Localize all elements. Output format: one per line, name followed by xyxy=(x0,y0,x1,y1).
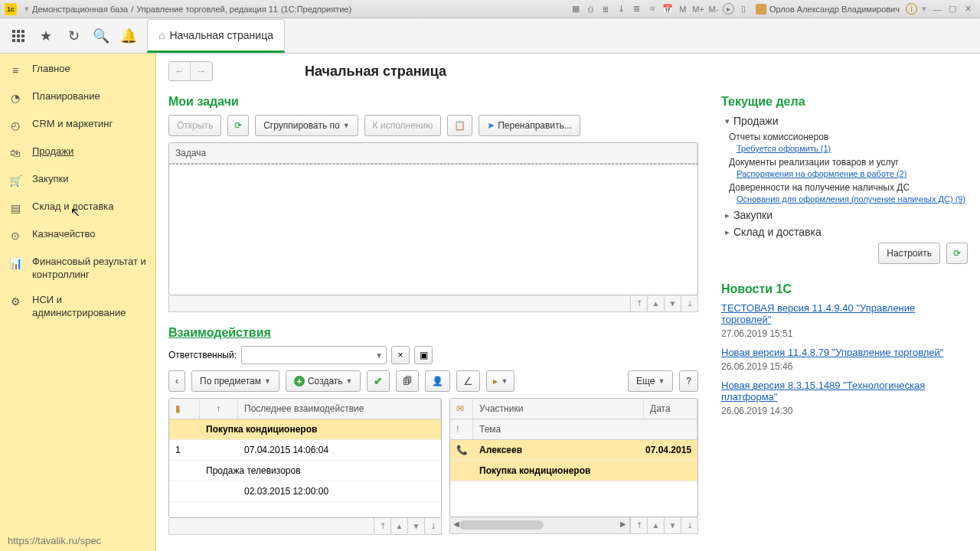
history-icon[interactable]: ↻ xyxy=(60,22,87,50)
sidebar-item-crm[interactable]: ◴ CRM и маркетинг xyxy=(0,112,155,139)
calculator-icon[interactable]: ⌗ xyxy=(646,3,658,15)
table-row[interactable]: 📞 Алексеев 07.04.2015 xyxy=(450,440,697,461)
help-button[interactable]: ? xyxy=(679,370,698,392)
angle-button[interactable]: ∠ xyxy=(456,370,480,392)
maximize-button[interactable]: ▢ xyxy=(946,3,959,15)
nav-bottom-icon[interactable]: ⤓ xyxy=(424,518,441,534)
print-icon[interactable]: ⎙ xyxy=(585,3,597,15)
table-row[interactable]: Продажа телевизоров xyxy=(169,461,441,481)
m-plus-button[interactable]: M+ xyxy=(692,3,704,15)
responsible-input[interactable]: ▼ xyxy=(241,346,387,364)
more-button[interactable]: Еще▼ xyxy=(628,370,673,392)
subjects-grid[interactable]: ▮ ↑ Последнее взаимодействие Покупка кон… xyxy=(168,398,442,518)
sidebar-item-warehouse[interactable]: ▤ Склад и доставка xyxy=(0,194,155,222)
sidebar-item-admin[interactable]: ⚙ НСИ и администрирование xyxy=(0,288,155,326)
nav-down-icon[interactable]: ▼ xyxy=(407,518,424,534)
window-titlebar: 1c ▾ Демонстрационная база / Управление … xyxy=(0,0,980,18)
nav-down-icon[interactable]: ▼ xyxy=(664,517,681,533)
nav-down-icon[interactable]: ▼ xyxy=(664,295,681,311)
doc-icon[interactable]: 🗎 xyxy=(600,3,612,15)
bell-icon[interactable]: 🔔 xyxy=(115,22,142,50)
refresh-current-button[interactable]: ⟳ xyxy=(946,243,968,264)
m-button[interactable]: M xyxy=(677,3,689,15)
home-icon: ⌂ xyxy=(158,29,165,41)
nav-up-icon[interactable]: ▲ xyxy=(647,517,664,533)
create-button[interactable]: +Создать▼ xyxy=(286,370,361,392)
search-icon[interactable]: 🔍 xyxy=(87,22,115,50)
nav-bottom-icon[interactable]: ⤓ xyxy=(681,295,697,311)
sidebar-item-planning[interactable]: ◔ Планирование xyxy=(0,84,155,112)
user-indicator[interactable]: Орлов Александр Владимирович xyxy=(756,4,900,15)
news-link[interactable]: ТЕСТОВАЯ версия 11.4.9.40 "Управление то… xyxy=(721,302,968,325)
download-icon[interactable]: ⤓ xyxy=(616,3,628,15)
confirm-button[interactable]: ✔ xyxy=(367,370,390,392)
back-button[interactable]: ← xyxy=(169,62,191,80)
table-row[interactable]: Покупка кондиционеров xyxy=(169,419,441,440)
close-button[interactable]: ✕ xyxy=(962,3,974,15)
refresh-button[interactable]: ⟳ xyxy=(227,115,249,136)
tree-sub: Отчеты комиссионеров Требуется оформить … xyxy=(729,132,968,154)
nav-up-icon[interactable]: ▲ xyxy=(647,295,664,311)
subjects-nav-strip: ⤒ ▲ ▼ ⤓ xyxy=(168,518,442,535)
tasks-grid[interactable]: Задача xyxy=(168,142,698,165)
configure-button[interactable]: Настроить xyxy=(878,243,940,264)
news-link[interactable]: Новая версия 8.3.15.1489 "Технологическа… xyxy=(721,380,968,403)
section-interactions-title[interactable]: Взаимодействия xyxy=(168,326,698,340)
minimize-button[interactable]: — xyxy=(931,3,943,15)
news-link[interactable]: Новая версия 11.4.8.79 "Управление торго… xyxy=(721,347,968,358)
apps-icon[interactable] xyxy=(5,22,32,50)
phone-icon: 📞 xyxy=(456,445,468,455)
forward-button[interactable]: → xyxy=(191,62,212,80)
tree-sub: Документы реализации товаров и услуг Рас… xyxy=(729,157,968,179)
group-by-button[interactable]: Сгруппировать по▼ xyxy=(255,115,358,136)
scrollbar[interactable]: ◀ ▶ xyxy=(450,517,630,533)
link-poa[interactable]: Основания для оформления (получение нали… xyxy=(737,194,965,204)
prev-button[interactable]: ‹ xyxy=(168,370,185,392)
table-row[interactable]: 1 07.04.2015 14:06:04 xyxy=(169,440,441,461)
sidebar-item-finance[interactable]: 📊 Финансовый результат и контроллинг xyxy=(0,249,155,288)
col-sort[interactable]: ↑ xyxy=(200,399,238,419)
tab-home[interactable]: ⌂ Начальная страница xyxy=(147,19,285,53)
nav-up-icon[interactable]: ▲ xyxy=(390,518,407,534)
nav-top-icon[interactable]: ⤒ xyxy=(630,517,647,533)
take-task-button[interactable]: 📋 xyxy=(447,115,472,136)
tasks-grid-body[interactable] xyxy=(168,165,698,295)
nav-top-icon[interactable]: ⤒ xyxy=(630,295,647,311)
forward-button[interactable]: ➤Перенаправить... xyxy=(479,115,580,136)
book-icon[interactable]: ▯ xyxy=(737,3,750,15)
open-button[interactable]: Открыть xyxy=(168,115,221,136)
info-icon[interactable]: i xyxy=(906,3,917,15)
link-docs[interactable]: Распоряжения на оформление в работе (2) xyxy=(737,169,906,178)
details-grid[interactable]: ✉ Участники Дата ! Тема 📞 Алексеев xyxy=(449,398,698,517)
action-button[interactable]: ▸▼ xyxy=(486,370,514,392)
user-avatar-icon xyxy=(756,4,766,15)
sidebar-item-main[interactable]: ≡ Главное xyxy=(0,57,155,84)
tree-sub: Доверенности на получение наличных ДС Ос… xyxy=(729,182,968,204)
col-last-interaction: Последнее взаимодействие xyxy=(238,399,441,419)
table-row[interactable]: 02.03.2015 12:00:00 xyxy=(169,481,441,502)
calendar-icon[interactable]: 📅 xyxy=(662,3,674,15)
link-reports[interactable]: Требуется оформить (1) xyxy=(737,144,831,153)
help-icon[interactable]: ▸ xyxy=(723,3,734,15)
by-subject-button[interactable]: По предметам▼ xyxy=(191,370,279,392)
table-row[interactable]: Покупка кондиционеров xyxy=(450,461,697,481)
tree-purchases[interactable]: ▸Закупки xyxy=(721,209,968,221)
scroll-thumb[interactable] xyxy=(459,520,544,530)
star-icon[interactable]: ★ xyxy=(32,22,60,50)
tree-sales[interactable]: ▾Продажи xyxy=(721,115,968,127)
sidebar-item-sales[interactable]: 🛍 Продажи xyxy=(0,139,155,167)
toolbar-icon[interactable]: ▦ xyxy=(570,3,582,15)
copy-button[interactable]: 🗐 xyxy=(396,370,419,392)
sidebar-item-purchases[interactable]: 🛒 Закупки xyxy=(0,167,155,194)
footer-link: https://tavalik.ru/spec xyxy=(8,535,101,546)
nav-top-icon[interactable]: ⤒ xyxy=(374,518,390,534)
person-button[interactable]: 👤 xyxy=(425,370,450,392)
m-minus-button[interactable]: M- xyxy=(707,3,720,15)
tree-warehouse[interactable]: ▸Склад и доставка xyxy=(721,226,968,238)
clear-filter-button[interactable]: × xyxy=(391,346,410,364)
sidebar-item-treasury[interactable]: ⊙ Казначейство xyxy=(0,222,155,249)
compare-icon[interactable]: ≣ xyxy=(631,3,643,15)
open-filter-button[interactable]: ▣ xyxy=(414,346,433,364)
nav-bottom-icon[interactable]: ⤓ xyxy=(681,517,697,533)
due-button[interactable]: К исполнению xyxy=(364,115,442,136)
